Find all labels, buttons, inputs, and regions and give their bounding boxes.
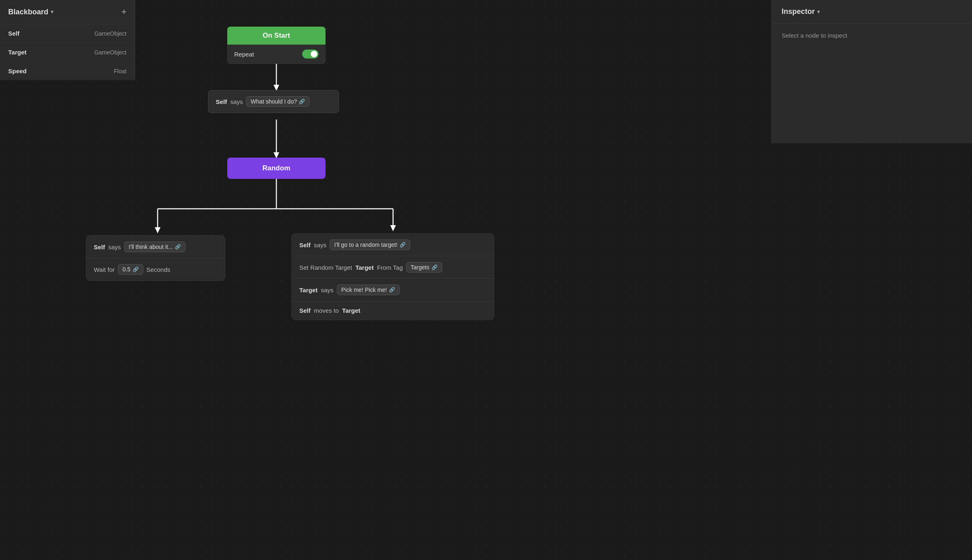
variable-name-target: Target — [8, 49, 27, 56]
inspector-header: Inspector ▾ — [772, 0, 972, 24]
inspector-chevron-icon: ▾ — [817, 9, 820, 15]
br-row1-pill: I'll go to a random target! 🔗 — [330, 239, 410, 250]
br-row2-link-icon: 🔗 — [432, 264, 438, 270]
br-row3-link-icon: 🔗 — [389, 287, 395, 293]
br-row4-subject: Self — [299, 307, 311, 314]
self-says-value-pill: What should I do? 🔗 — [246, 96, 310, 107]
self-says-subject: Self — [216, 98, 227, 105]
br-row2-keyword: Target — [355, 264, 374, 271]
br-row3-verb: says — [321, 287, 334, 294]
branch-right-row2: Set Random Target Target From Tag Target… — [292, 256, 494, 279]
blackboard-panel: Blackboard ▾ + Self GameObject Target Ga… — [0, 0, 135, 80]
inspector-title[interactable]: Inspector ▾ — [782, 7, 820, 16]
br-row2-value: Targets — [411, 264, 429, 271]
self-says-top-inner: Self says What should I do? 🔗 — [208, 90, 339, 113]
br-row2-mid: From Tag — [377, 264, 403, 271]
blackboard-variable-self[interactable]: Self GameObject — [0, 24, 135, 43]
blackboard-title[interactable]: Blackboard ▾ — [8, 8, 53, 16]
random-label: Random — [262, 164, 290, 172]
blackboard-title-text: Blackboard — [8, 8, 48, 16]
branch-right-node[interactable]: Self says I'll go to a random target! 🔗 … — [292, 233, 494, 320]
blackboard-chevron-icon: ▾ — [51, 9, 53, 15]
bl-row1-pill: I'll think about it... 🔗 — [124, 242, 185, 252]
on-start-title: On Start — [262, 32, 290, 39]
branch-left-row2: Wait for 0.5 🔗 Seconds — [86, 258, 225, 280]
bl-row1-link-icon: 🔗 — [175, 244, 181, 250]
inspector-title-text: Inspector — [782, 7, 815, 16]
br-row4-verb: moves to — [314, 307, 339, 314]
bl-row2-pill: 0.5 🔗 — [118, 264, 143, 275]
blackboard-variable-target[interactable]: Target GameObject — [0, 43, 135, 62]
bl-row2-link-icon: 🔗 — [133, 266, 139, 272]
variable-type-speed: Float — [114, 68, 127, 75]
bl-row2-suffix: Seconds — [147, 266, 170, 273]
variable-type-target: GameObject — [94, 49, 127, 56]
variable-type-self: GameObject — [94, 30, 127, 37]
br-row3-value: Pick me! Pick me! — [341, 287, 387, 293]
br-row1-link-icon: 🔗 — [400, 242, 406, 248]
br-row4-object: Target — [342, 307, 360, 314]
self-says-verb: says — [231, 98, 243, 105]
branch-left-node[interactable]: Self says I'll think about it... 🔗 Wait … — [86, 235, 225, 281]
blackboard-header: Blackboard ▾ + — [0, 0, 135, 24]
br-row2-prefix: Set Random Target — [299, 264, 352, 271]
br-row2-pill: Targets 🔗 — [406, 262, 442, 273]
bl-row1-subject: Self — [94, 244, 105, 251]
br-row3-subject: Target — [299, 287, 318, 294]
self-says-top-node[interactable]: Self says What should I do? 🔗 — [208, 90, 339, 113]
br-row1-verb: says — [314, 242, 327, 248]
bl-row2-value: 0.5 — [122, 266, 130, 273]
self-says-link-icon: 🔗 — [299, 99, 305, 104]
add-variable-button[interactable]: + — [121, 7, 127, 16]
branch-right-row1: Self says I'll go to a random target! 🔗 — [292, 234, 494, 256]
br-row1-value: I'll go to a random target! — [334, 242, 397, 248]
branch-right-row4: Self moves to Target — [292, 301, 494, 320]
on-start-header: On Start — [227, 27, 326, 45]
bl-row1-value: I'll think about it... — [129, 244, 173, 250]
branch-right-row3: Target says Pick me! Pick me! 🔗 — [292, 279, 494, 301]
repeat-toggle[interactable] — [302, 50, 319, 59]
on-start-body: Repeat — [227, 45, 326, 64]
random-inner: Random — [227, 158, 326, 179]
random-node[interactable]: Random — [227, 158, 326, 179]
blackboard-variable-speed[interactable]: Speed Float — [0, 62, 135, 80]
variable-name-speed: Speed — [8, 68, 27, 75]
variable-name-self: Self — [8, 30, 20, 37]
inspector-empty-message: Select a node to inspect — [772, 24, 972, 47]
br-row1-subject: Self — [299, 242, 311, 248]
bl-row2-prefix: Wait for — [94, 266, 115, 273]
branch-left-row1: Self says I'll think about it... 🔗 — [86, 236, 225, 258]
inspector-panel: Inspector ▾ Select a node to inspect — [771, 0, 972, 143]
bl-row1-verb: says — [109, 244, 121, 251]
on-start-node[interactable]: On Start Repeat — [227, 27, 326, 64]
br-row3-pill: Pick me! Pick me! 🔗 — [337, 285, 400, 295]
self-says-value: What should I do? — [251, 98, 297, 105]
repeat-label: Repeat — [234, 51, 254, 58]
